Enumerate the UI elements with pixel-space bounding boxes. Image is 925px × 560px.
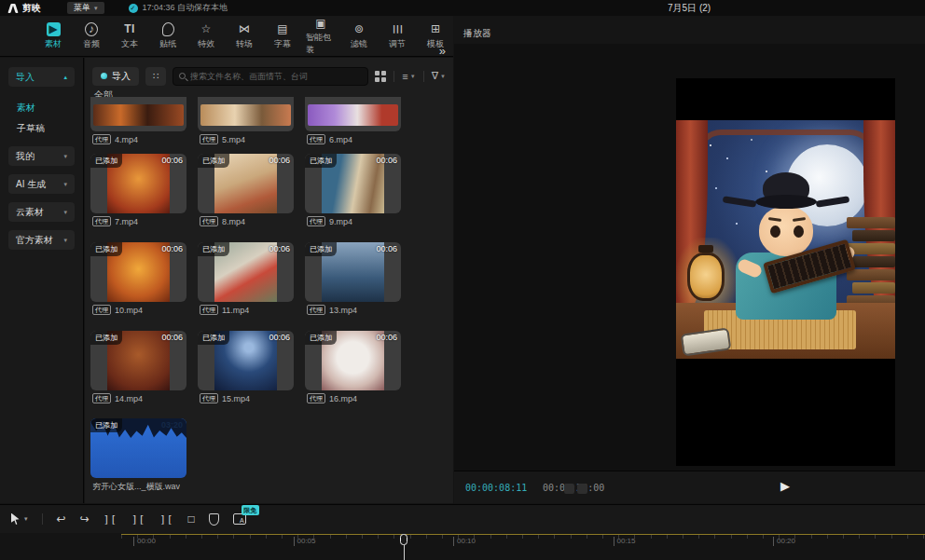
tool-smart-caption[interactable]: A限免 <box>233 513 246 525</box>
import-button[interactable]: 导入 <box>92 67 139 86</box>
media-thumbnail[interactable]: 已添加00:06 <box>198 331 294 390</box>
search-input[interactable] <box>190 72 362 81</box>
tool-undo[interactable]: ↩ <box>57 512 66 526</box>
added-badge: 已添加 <box>305 242 337 256</box>
ribbon-tab-media[interactable]: ▶素材 <box>35 18 71 55</box>
import-dot-icon <box>101 73 107 79</box>
divider <box>393 71 394 82</box>
tool-mask[interactable] <box>209 513 219 526</box>
media-filename: 15.mp4 <box>222 394 250 403</box>
ti-letters-icon: TI <box>124 22 135 36</box>
ribbon-tab-effects[interactable]: ☆特效 <box>188 18 224 55</box>
media-item-meta: 代理9.mp4 <box>307 216 352 226</box>
sort-button[interactable]: ≡▼ <box>402 71 415 82</box>
player-extra-control[interactable] <box>577 484 587 494</box>
sidebar-group-3[interactable]: 官方素材▾ <box>8 230 75 250</box>
audio-thumbnail[interactable]: 已添加03:20 <box>90 418 186 478</box>
ribbon-tab-text[interactable]: TI文本 <box>112 18 147 55</box>
freeze-frame-icon: □ <box>187 512 194 526</box>
media-thumbnail[interactable]: 已添加00:06 <box>90 154 186 213</box>
media-thumbnail[interactable] <box>198 97 294 131</box>
subtitle-box-icon: ▤ <box>277 22 287 36</box>
ribbon-tabs: ▶素材♪音频TI文本贴纸☆特效⋈转场▤字幕▣智能包装⊚滤镜☰调节⊞模板 <box>35 18 453 55</box>
media-item[interactable]: 代理5.mp4 <box>198 97 294 131</box>
ribbon-tab-filters[interactable]: ⊚滤镜 <box>341 18 377 55</box>
tool-freeze[interactable]: □ <box>187 512 194 526</box>
duration-label: 00:06 <box>376 156 397 165</box>
audio-item[interactable]: 已添加03:20穷开心女版..._横版.wav <box>90 418 186 478</box>
media-thumbnail[interactable]: 已添加00:06 <box>198 242 294 302</box>
media-thumbnail[interactable]: 已添加00:06 <box>90 242 186 302</box>
media-item[interactable]: 代理6.mp4 <box>305 97 401 131</box>
player-extra-control[interactable] <box>564 484 574 494</box>
media-thumbnail[interactable]: 已添加00:06 <box>305 242 401 302</box>
added-badge: 已添加 <box>90 154 122 168</box>
media-item-meta: 代理7.mp4 <box>92 216 138 226</box>
media-item-meta: 代理16.mp4 <box>307 393 357 403</box>
sidebar-group-label: AI 生成 <box>16 178 46 191</box>
media-item[interactable]: 已添加00:06代理7.mp4 <box>90 154 186 213</box>
tool-split-left[interactable]: ][ <box>104 513 117 526</box>
ribbon-tab-transitions[interactable]: ⋈转场 <box>227 18 262 55</box>
cursor-select-icon <box>11 513 21 526</box>
player-controls-bar: 00:00:08:11 00:03:20:00 ▶ <box>454 471 925 503</box>
media-item[interactable]: 已添加00:06代理10.mp4 <box>90 242 186 302</box>
media-item-meta: 代理10.mp4 <box>92 305 143 315</box>
timeline-tick: 00:10 <box>453 537 476 546</box>
tool-split[interactable]: ][ <box>131 513 145 526</box>
media-filename: 8.mp4 <box>222 217 245 226</box>
grid-view-icon[interactable] <box>375 71 386 82</box>
tool-select[interactable]: ▾ <box>11 513 28 526</box>
playhead-handle[interactable] <box>400 534 407 545</box>
library-header-row: 导入 ∷ ≡▼ ∇▼ <box>92 66 446 86</box>
ribbon-tab-templates[interactable]: ⊞模板 <box>418 18 453 55</box>
media-item[interactable]: 代理4.mp4 <box>90 97 186 131</box>
media-thumbnail[interactable]: 已添加00:06 <box>198 154 294 213</box>
qr-import-button[interactable]: ∷ <box>145 67 166 86</box>
tool-redo[interactable]: ↪ <box>80 512 90 526</box>
timeline-ruler[interactable]: 00:0000:0500:1000:1500:20 <box>121 535 925 548</box>
sidebar-item-subdraft[interactable]: 子草稿 <box>0 120 83 136</box>
media-item[interactable]: 已添加00:06代理11.mp4 <box>198 242 294 302</box>
media-thumbnail[interactable] <box>90 97 186 131</box>
ribbon-tab-smart-pack[interactable]: ▣智能包装 <box>303 18 338 55</box>
media-thumbnail[interactable]: 已添加00:06 <box>305 154 401 213</box>
chevron-down-icon: ▾ <box>63 153 67 160</box>
media-thumbnail[interactable] <box>305 97 401 131</box>
ribbon-more-button[interactable]: » <box>439 44 444 58</box>
menu-button[interactable]: 菜单 ▾ <box>67 2 104 14</box>
media-thumbnail[interactable]: 已添加00:06 <box>90 331 186 390</box>
audio-filename: 穷开心女版..._横版.wav <box>92 481 180 493</box>
duration-label: 00:06 <box>269 156 290 165</box>
media-filename: 9.mp4 <box>329 217 352 226</box>
media-item[interactable]: 已添加00:06代理15.mp4 <box>198 331 294 390</box>
added-badge: 已添加 <box>198 331 229 345</box>
ribbon-toolbar: ▶素材♪音频TI文本贴纸☆特效⋈转场▤字幕▣智能包装⊚滤镜☰调节⊞模板 » <box>0 16 453 57</box>
media-item[interactable]: 已添加00:06代理16.mp4 <box>305 331 401 390</box>
media-item[interactable]: 已添加00:06代理14.mp4 <box>90 331 186 390</box>
sidebar-group-1[interactable]: AI 生成▾ <box>8 174 75 194</box>
sidebar-group-0[interactable]: 我的▾ <box>8 146 75 166</box>
ribbon-tab-audio[interactable]: ♪音频 <box>74 18 109 55</box>
boy-eye <box>794 225 804 238</box>
media-item[interactable]: 已添加00:06代理13.mp4 <box>305 242 401 302</box>
ribbon-tab-label: 文本 <box>121 38 138 50</box>
media-thumbnail[interactable]: 已添加00:06 <box>305 331 401 390</box>
sidebar-group-import[interactable]: 导入▴ <box>8 67 75 87</box>
preview-video[interactable] <box>676 78 895 466</box>
library-panel: 导入 ∷ ≡▼ ∇▼ 全部 代理4.mp4代理5.mp4代理6.mp4已添加00… <box>85 58 453 503</box>
ribbon-tab-captions[interactable]: ▤字幕 <box>265 18 300 55</box>
playhead-line <box>404 545 405 560</box>
sidebar-group-2[interactable]: 云素材▾ <box>8 202 75 222</box>
play-button[interactable]: ▶ <box>780 479 790 493</box>
ribbon-tab-sticker[interactable]: 贴纸 <box>150 18 186 55</box>
filter-button[interactable]: ∇▼ <box>432 70 446 82</box>
media-item[interactable]: 已添加00:06代理8.mp4 <box>198 154 294 213</box>
media-item[interactable]: 已添加00:06代理9.mp4 <box>305 154 401 213</box>
playhead[interactable] <box>400 534 408 560</box>
timeline-area[interactable]: 00:0000:0500:1000:1500:20 <box>0 534 925 560</box>
sidebar-item-material[interactable]: 素材 <box>0 100 83 116</box>
ribbon-tab-adjust[interactable]: ☰调节 <box>380 18 415 55</box>
sticker-circle-icon <box>162 22 174 36</box>
tool-split-right[interactable]: ][ <box>159 513 173 526</box>
